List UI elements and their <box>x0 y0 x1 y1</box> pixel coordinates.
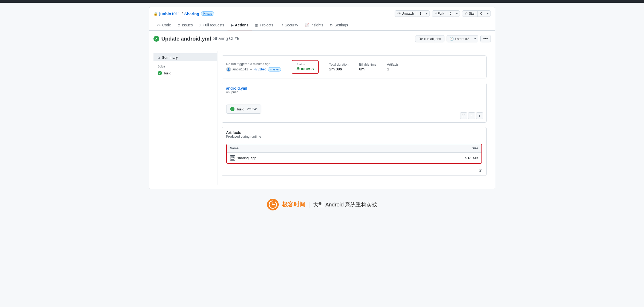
issues-icon: ⊙ <box>177 23 180 27</box>
sidebar-build-label: build <box>164 71 171 75</box>
job-node-build[interactable]: ✓ build 2m 24s <box>226 105 262 114</box>
job-node-success-icon: ✓ <box>230 107 234 111</box>
sidebar: ⌂ Summary Jobs ✓ build <box>153 51 217 185</box>
artifacts-count: Artifacts 1 <box>387 63 399 71</box>
workflow-controls: ⛶ − + <box>460 112 483 119</box>
lock-icon: 🔒 <box>153 12 158 16</box>
trigger-user: junbin1011 <box>233 67 248 71</box>
tab-insights[interactable]: 📈 Insights <box>301 20 326 30</box>
more-options-button[interactable]: ••• <box>480 35 491 42</box>
artifact-name[interactable]: sharing_app <box>237 156 257 160</box>
tab-issues[interactable]: ⊙ Issues <box>174 20 196 30</box>
sidebar-jobs-label: Jobs <box>153 61 217 69</box>
tab-pull-requests[interactable]: ⤴ Pull requests <box>196 20 228 30</box>
trigger-info: Re-run triggered 3 minutes ago 👤 junbin1… <box>226 62 281 72</box>
private-badge: Private <box>201 11 214 16</box>
sidebar-item-summary[interactable]: ⌂ Summary <box>153 53 217 61</box>
job-node-label: build <box>237 107 244 111</box>
page-body: ✓ Update android.yml Sharing CI #5 Re-ru… <box>149 31 495 189</box>
nav-tabs: <> Code ⊙ Issues ⤴ Pull requests ▶ Actio… <box>149 20 495 31</box>
watermark-separator: | <box>309 201 310 208</box>
watermark-subtitle: 大型 Android 系统重构实战 <box>313 201 377 208</box>
fork-label[interactable]: ⑂ Fork <box>432 11 447 17</box>
col-size-header: Size <box>446 146 478 150</box>
actions-icon: ▶ <box>231 23 233 27</box>
workflow-header: ✓ Update android.yml Sharing CI #5 Re-ru… <box>153 35 491 47</box>
workflow-filename[interactable]: android.yml <box>226 86 482 90</box>
fullscreen-button[interactable]: ⛶ <box>460 112 467 119</box>
repo-owner-link[interactable]: junbin1011 <box>159 11 180 16</box>
content-layout: ⌂ Summary Jobs ✓ build Re-run triggered … <box>153 51 491 185</box>
billable-label: Billable time <box>359 63 376 66</box>
workflow-card: android.yml on: push ✓ build 2m 24s ⛶ − <box>222 83 487 123</box>
fork-count: 0 <box>447 11 455 17</box>
unwatch-button[interactable]: 👁 Unwatch 1 ▾ <box>395 10 430 17</box>
pull-requests-icon: ⤴ <box>199 23 201 27</box>
tab-projects[interactable]: ▦ Projects <box>252 20 277 30</box>
star-dropdown-arrow[interactable]: ▾ <box>485 11 491 17</box>
commit-hash[interactable]: 4731bec <box>254 67 266 71</box>
unwatch-count: 1 <box>417 11 424 17</box>
zoom-in-button[interactable]: + <box>476 112 483 119</box>
workflow-title-text: Update android.yml <box>161 36 211 42</box>
artifacts-count-value: 1 <box>387 67 399 71</box>
artifacts-count-label: Artifacts <box>387 63 399 66</box>
delete-artifact-button[interactable]: 🗑 <box>222 168 486 176</box>
repo-separator: / <box>182 11 183 16</box>
workflow-trigger: on: push <box>226 90 482 94</box>
latest-dropdown-arrow[interactable]: ▾ <box>472 35 478 42</box>
job-node-duration: 2m 24s <box>247 107 257 111</box>
latest-label[interactable]: 🕐 Latest #2 <box>447 35 472 42</box>
workflow-card-header: android.yml on: push <box>222 83 486 96</box>
top-bar <box>0 0 644 3</box>
latest-dropdown[interactable]: 🕐 Latest #2 ▾ <box>447 35 478 42</box>
unwatch-label[interactable]: 👁 Unwatch <box>395 11 417 17</box>
repo-name-link[interactable]: Sharing <box>184 11 199 16</box>
status-value: Success <box>297 66 314 71</box>
workflow-header-actions: Re-run all jobs 🕐 Latest #2 ▾ ••• <box>415 35 491 42</box>
tab-pull-requests-label: Pull requests <box>203 23 224 27</box>
tab-issues-label: Issues <box>182 23 193 27</box>
artifact-row: sharing_app 5.61 MB <box>227 153 481 163</box>
code-icon: <> <box>157 23 161 27</box>
tab-settings[interactable]: ⚙ Settings <box>326 20 351 30</box>
main-content: Re-run triggered 3 minutes ago 👤 junbin1… <box>217 51 491 185</box>
zoom-out-button[interactable]: − <box>468 112 475 119</box>
duration-value: 2m 39s <box>329 67 349 71</box>
tab-security[interactable]: 🛡 Security <box>276 20 301 30</box>
star-label[interactable]: ☆ Star <box>462 11 477 17</box>
sidebar-item-build[interactable]: ✓ build <box>153 69 217 77</box>
artifact-name-cell: sharing_app <box>230 155 446 161</box>
workflow-card-body: ✓ build 2m 24s <box>222 96 486 122</box>
tab-projects-label: Projects <box>260 23 273 27</box>
tab-insights-label: Insights <box>310 23 323 27</box>
star-count: 0 <box>478 11 485 17</box>
rerun-all-jobs-button[interactable]: Re-run all jobs <box>415 35 444 42</box>
fork-button[interactable]: ⑂ Fork 0 ▾ <box>432 10 460 17</box>
projects-icon: ▦ <box>255 23 258 27</box>
artifact-size: 5.61 MB <box>446 156 478 160</box>
fork-dropdown-arrow[interactable]: ▾ <box>454 11 460 17</box>
insights-icon: 📈 <box>305 23 309 27</box>
billable-value: 6m <box>359 67 376 71</box>
user-avatar: 👤 <box>226 67 231 72</box>
artifacts-title: Artifacts <box>226 130 482 135</box>
workflow-success-icon: ✓ <box>153 36 159 42</box>
artifacts-subtitle: Produced during runtime <box>226 135 482 138</box>
tab-security-label: Security <box>285 23 298 27</box>
repo-actions: 👁 Unwatch 1 ▾ ⑂ Fork 0 ▾ ☆ Star 0 ▾ <box>395 10 491 17</box>
tab-code[interactable]: <> Code <box>153 20 175 30</box>
star-button[interactable]: ☆ Star 0 ▾ <box>462 10 491 17</box>
build-success-icon: ✓ <box>158 71 162 75</box>
repo-header: 🔒 junbin1011 / Sharing Private 👁 Unwatch… <box>149 7 495 20</box>
artifacts-table-header: Name Size <box>227 144 481 153</box>
tab-actions[interactable]: ▶ Actions <box>228 20 252 30</box>
branch-badge[interactable]: master <box>268 67 281 71</box>
status-label: Status <box>297 63 314 66</box>
security-icon: 🛡 <box>280 23 283 27</box>
github-container: 🔒 junbin1011 / Sharing Private 👁 Unwatch… <box>149 7 495 189</box>
commit-arrow-icon: ⇾ <box>250 67 252 71</box>
total-duration: Total duration 2m 39s <box>329 63 349 71</box>
unwatch-dropdown-arrow[interactable]: ▾ <box>424 11 430 17</box>
artifact-package-icon <box>230 155 235 161</box>
